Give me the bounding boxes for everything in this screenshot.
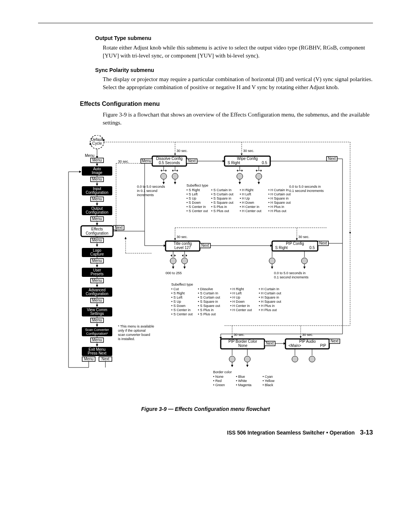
svg-text:only if the optional: only if the optional [118,329,146,332]
svg-text:Title config: Title config [174,241,192,246]
svg-text:• Green: • Green [213,383,225,387]
svg-text:• H Curtain In: • H Curtain In [259,287,279,291]
svg-text:Menu: Menu [92,298,102,302]
svg-text:in 0.1 second: in 0.1 second [137,189,158,193]
svg-text:• H Down: • H Down [230,300,245,304]
svg-point-157 [301,258,307,264]
svg-text:PIP Border Color: PIP Border Color [228,339,257,343]
svg-text:• S Center in: • S Center in [171,308,191,312]
figure-caption: Figure 3-9 — Effects Configuration menu … [38,406,373,413]
svg-text:• Red: • Red [213,379,221,383]
svg-text:Level 127: Level 127 [174,246,191,250]
svg-text:0.0 to 5.0 seconds in: 0.0 to 5.0 seconds in [274,271,306,275]
svg-text:• H Up: • H Up [230,296,240,299]
svg-text:Menu: Menu [92,238,102,242]
svg-text:• H Center in: • H Center in [240,205,259,209]
svg-text:Menu: Menu [92,258,102,263]
svg-text:• S Plus in: • S Plus in [198,308,213,312]
svg-text:• H Up: • H Up [240,197,250,200]
svg-text:is installed.: is installed. [118,337,135,341]
svg-text:• S Down: • S Down [186,201,201,204]
svg-text:• H Center out: • H Center out [230,308,252,312]
svg-marker-87 [261,169,262,172]
svg-text:• H Curtain out: • H Curtain out [259,291,281,295]
svg-point-216 [244,356,250,362]
svg-text:• H Square in: • H Square in [259,296,279,299]
svg-marker-71 [161,169,162,172]
svg-text:• H Plus in: • H Plus in [268,205,284,209]
svg-text:• Blue: • Blue [236,375,245,379]
svg-text:PIP: PIP [320,343,326,348]
svg-text:• S Left: • S Left [186,192,198,196]
svg-text:• H Plus in: • H Plus in [259,304,275,308]
svg-text:Configuration: Configuration [86,190,108,195]
svg-text:0.1 second increments: 0.1 second increments [274,275,309,279]
svg-text:Configuration*: Configuration* [86,332,108,335]
svg-text:0.0 to 5.0 seconds in: 0.0 to 5.0 seconds in [289,185,321,189]
svg-text:• S Plus in: • S Plus in [211,205,227,209]
svg-text:• H Plus out: • H Plus out [259,308,277,312]
svg-text:Presets: Presets [91,272,104,276]
subhead-output-type: Output Type submenu [95,35,373,42]
svg-marker-155 [186,254,187,257]
svg-text:• S Center out: • S Center out [171,312,193,316]
svg-text:S Right: S Right [228,161,240,165]
svg-marker-152 [170,254,172,257]
svg-text:Menu: Menu [84,357,93,361]
svg-text:Menu: Menu [92,278,102,283]
svg-marker-75 [177,169,178,172]
para-output-type: Rotate either Adjust knob while this sub… [103,44,373,60]
svg-text:• S Curtain out: • S Curtain out [198,296,220,299]
svg-point-68 [161,173,167,179]
svg-text:Next: Next [102,357,110,361]
svg-text:Scan Converter: Scan Converter [85,328,109,332]
svg-text:0.0 to 5.0 seconds: 0.0 to 5.0 seconds [137,185,165,189]
svg-marker-86 [256,169,257,172]
svg-text:• S Square out: • S Square out [211,201,234,204]
svg-text:• Cyan: • Cyan [263,375,273,379]
svg-text:• S Square in: • S Square in [198,300,218,304]
svg-text:• H Curtain out: • H Curtain out [268,192,291,196]
svg-text:Capture: Capture [90,252,104,256]
svg-text:30 sec.: 30 sec. [243,149,254,153]
svg-point-147 [182,258,188,264]
svg-point-80 [237,173,243,179]
svg-text:Subeffect type: Subeffect type [186,184,208,187]
svg-text:• S Center in: • S Center in [186,205,206,209]
svg-text:• S Right: • S Right [171,291,185,295]
svg-text:0.5 Seconds: 0.5 Seconds [159,161,180,165]
svg-text:Wipe Config: Wipe Config [237,157,258,161]
footer-page: 3-13 [360,429,373,436]
svg-text:000 to 255: 000 to 255 [166,271,182,275]
svg-text:• None: • None [213,375,223,379]
svg-text:• S Curtain out: • S Curtain out [211,192,234,196]
svg-text:• S Square in: • S Square in [211,197,231,200]
svg-marker-83 [237,169,238,172]
svg-text:Press Next: Press Next [88,351,107,355]
svg-text:Configuration: Configuration [86,292,108,296]
svg-text:• Dissolve: • Dissolve [198,287,213,291]
svg-text:Next: Next [319,241,327,245]
svg-marker-74 [172,169,173,172]
svg-text:Configuration: Configuration [86,210,108,214]
svg-text:• H Right: • H Right [240,188,253,192]
svg-text:• H Center out: • H Center out [240,209,261,213]
svg-text:Effects: Effects [91,227,103,231]
para-effects-intro: Figure 3-9 is a flowchart that shows an … [103,111,373,127]
svg-text:* This menu is available: * This menu is available [118,324,154,328]
svg-text:0.5: 0.5 [309,246,315,250]
svg-text:Settings: Settings [90,312,104,316]
svg-text:Menu: Menu [92,216,102,221]
svg-text:Next: Next [331,339,339,343]
footer-text: ISS 506 Integration Seamless Switcher • … [227,430,355,436]
svg-text:• H Square in: • H Square in [268,197,288,200]
svg-text:• H Down: • H Down [240,201,254,204]
svg-text:Dissolve Config: Dissolve Config [156,157,182,161]
svg-point-156 [269,258,275,264]
svg-text:• H Curtain In: • H Curtain In [268,188,289,192]
svg-point-146 [170,258,176,264]
svg-text:• Cut: • Cut [171,287,179,291]
svg-text:Menu: Menu [92,337,102,342]
svg-text:Border color: Border color [213,370,232,374]
svg-text:• H Left: • H Left [230,291,242,295]
